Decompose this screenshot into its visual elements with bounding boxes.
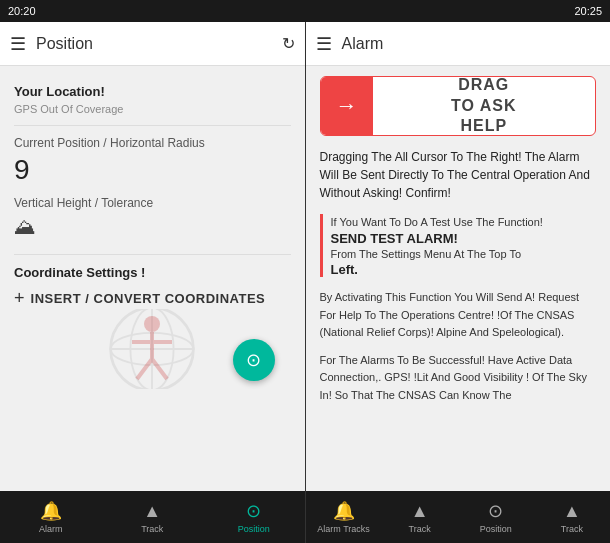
screen-alarm: ☰ Alarm → DRAGTO ASKHELP Dragging The Al… bbox=[306, 22, 611, 491]
position-toolbar: ☰ Position ↻ bbox=[0, 22, 305, 66]
drag-arrow-icon: → bbox=[336, 93, 358, 119]
divider-1 bbox=[14, 125, 291, 126]
alarm-toolbar: ☰ Alarm bbox=[306, 22, 611, 66]
alarm-tip-left: Left. bbox=[331, 262, 597, 277]
nav-item-position-right[interactable]: ⊙ Position bbox=[458, 491, 534, 543]
position-content: Your Location! GPS Out Of Coverage Curre… bbox=[0, 66, 305, 491]
gps-status-text: GPS Out Of Coverage bbox=[14, 103, 291, 115]
coordinate-section: Coordinate Settings ! + INSERT / CONVERT… bbox=[14, 254, 291, 309]
drag-label: DRAGTO ASKHELP bbox=[451, 76, 517, 136]
drag-red-box: → bbox=[321, 76, 373, 136]
svg-line-9 bbox=[152, 359, 167, 379]
nav-panel-left: 🔔 Alarm ▲ Track ⊙ Position bbox=[0, 491, 306, 543]
bottom-nav: 🔔 Alarm ▲ Track ⊙ Position 🔔 Alarm Track… bbox=[0, 491, 610, 543]
alarm-menu-icon[interactable]: ☰ bbox=[316, 33, 332, 55]
nav-panel-right: 🔔 Alarm Tracks ▲ Track ⊙ Position ▲ Trac… bbox=[306, 491, 611, 543]
your-location-header: Your Location! bbox=[14, 84, 291, 99]
svg-line-8 bbox=[137, 359, 152, 379]
track-nav-icon-left: ▲ bbox=[143, 501, 161, 522]
track-nav-label-right2: Track bbox=[561, 524, 583, 534]
track-nav-icon-right2: ▲ bbox=[563, 501, 581, 522]
nav-item-track-left[interactable]: ▲ Track bbox=[102, 491, 204, 543]
alarm-nav-icon: 🔔 bbox=[40, 500, 62, 522]
alarm-body-text-1: By Activating This Function You Will Sen… bbox=[320, 289, 597, 342]
status-bar-right: 20:25 bbox=[305, 0, 610, 22]
position-nav-label: Position bbox=[238, 524, 270, 534]
status-time-left: 20:20 bbox=[8, 5, 36, 17]
insert-plus-icon: + bbox=[14, 288, 25, 309]
nav-item-alarm-left[interactable]: 🔔 Alarm bbox=[0, 491, 102, 543]
svg-point-5 bbox=[144, 316, 160, 332]
current-position-value: 9 bbox=[14, 154, 291, 186]
status-time-right: 20:25 bbox=[574, 5, 602, 17]
alarm-title: Alarm bbox=[342, 35, 601, 53]
alarm-body-text-2: For The Alarms To Be Successful! Have Ac… bbox=[320, 352, 597, 405]
position-nav-label-right: Position bbox=[480, 524, 512, 534]
drag-text-area: DRAGTO ASKHELP bbox=[373, 76, 596, 136]
nav-item-track-right2[interactable]: ▲ Track bbox=[534, 491, 610, 543]
insert-coordinates-button[interactable]: + INSERT / CONVERT COORDINATES bbox=[14, 288, 265, 309]
nav-item-alarm-tracks[interactable]: 🔔 Alarm Tracks bbox=[306, 491, 382, 543]
position-refresh-icon[interactable]: ↻ bbox=[282, 34, 295, 53]
position-title: Position bbox=[36, 35, 272, 53]
position-nav-icon: ⊙ bbox=[246, 500, 261, 522]
screen-position: ☰ Position ↻ Your Location! GPS Out Of C… bbox=[0, 22, 306, 491]
alarm-content: → DRAGTO ASKHELP Dragging The All Cursor… bbox=[306, 66, 611, 491]
insert-text: INSERT / CONVERT COORDINATES bbox=[31, 291, 266, 306]
nav-item-position-left[interactable]: ⊙ Position bbox=[203, 491, 305, 543]
alarm-description: Dragging The All Cursor To The Right! Th… bbox=[320, 148, 597, 202]
alarm-tip-box: If You Want To Do A Test Use The Functio… bbox=[320, 214, 597, 277]
person-icon bbox=[122, 314, 182, 384]
track-nav-label-left: Track bbox=[141, 524, 163, 534]
status-bar: 20:20 20:25 bbox=[0, 0, 610, 22]
drag-alarm-area[interactable]: → DRAGTO ASKHELP bbox=[320, 76, 597, 136]
nav-item-track-right[interactable]: ▲ Track bbox=[382, 491, 458, 543]
alarm-tip-bold: SEND TEST ALARM! bbox=[331, 231, 597, 246]
status-bar-left: 20:20 bbox=[0, 0, 305, 22]
position-nav-icon-right: ⊙ bbox=[488, 500, 503, 522]
alarm-tracks-nav-label: Alarm Tracks bbox=[317, 524, 370, 534]
alarm-tip-line2: From The Settings Menu At The Top To bbox=[331, 246, 597, 263]
coord-title: Coordinate Settings ! bbox=[14, 265, 291, 280]
track-nav-label-right: Track bbox=[409, 524, 431, 534]
alarm-tip-line1: If You Want To Do A Test Use The Functio… bbox=[331, 214, 597, 231]
track-nav-icon-right: ▲ bbox=[411, 501, 429, 522]
screens-wrapper: ☰ Position ↻ Your Location! GPS Out Of C… bbox=[0, 22, 610, 491]
alarm-tracks-nav-icon: 🔔 bbox=[333, 500, 355, 522]
globe-area: ⊙ bbox=[14, 309, 291, 389]
location-fab-icon: ⊙ bbox=[246, 349, 261, 371]
vertical-height-label: Vertical Height / Tolerance bbox=[14, 196, 291, 210]
location-fab-button[interactable]: ⊙ bbox=[233, 339, 275, 381]
mountain-icon: ⛰ bbox=[14, 214, 291, 240]
current-position-label: Current Position / Horizontal Radius bbox=[14, 136, 291, 150]
alarm-nav-label: Alarm bbox=[39, 524, 63, 534]
position-menu-icon[interactable]: ☰ bbox=[10, 33, 26, 55]
